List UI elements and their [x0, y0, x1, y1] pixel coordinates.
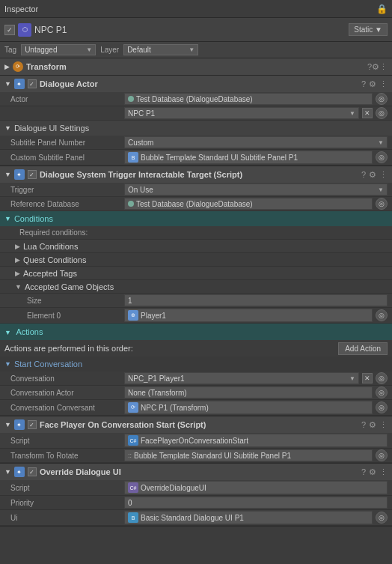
accepted-objects-row[interactable]: ▼ Accepted Game Objects — [0, 280, 392, 294]
tag-dropdown[interactable]: Untagged ▼ — [21, 44, 96, 55]
conversation-x-btn[interactable]: ✕ — [362, 373, 373, 383]
actor-name-field[interactable]: NPC P1 ▼ — [124, 107, 359, 119]
lock-icon[interactable]: 🔒 — [376, 4, 388, 14]
required-conditions-row: Required conditions: — [0, 226, 392, 240]
conv-conversant-circle-btn[interactable]: ◎ — [376, 401, 388, 413]
quest-arrow: ▶ — [15, 256, 20, 264]
transform-settings-icon[interactable]: ⚙ — [372, 62, 379, 72]
face-player-script-value: C# FacePlayerOnConversationStart — [124, 434, 388, 447]
dialogue-actor-header[interactable]: ▼ ✦ ✓ Dialogue Actor ? ⚙ ⋮ — [0, 76, 392, 92]
override-ui-circle-btn[interactable]: ◎ — [376, 512, 388, 524]
transform-header[interactable]: ▶ ⟳ Transform ? ⚙ ⋮ — [0, 58, 392, 75]
conversation-row: Conversation NPC_P1 Player1 ▼ ✕ ◎ — [0, 372, 392, 386]
override-dialogue-help-icon[interactable]: ? — [361, 467, 366, 477]
override-script-icon: C# — [128, 482, 138, 493]
override-priority-field[interactable]: 0 — [124, 497, 388, 509]
trigger-dropdown[interactable]: On Use ▼ — [124, 184, 388, 195]
trigger-settings-icon[interactable]: ⚙ — [369, 170, 376, 180]
actions-note: Actions are performed in this order: — [4, 344, 133, 353]
override-dialogue-icon: ✦ — [14, 467, 25, 477]
trigger-checkbox[interactable]: ✓ — [28, 170, 37, 179]
face-player-header[interactable]: ▼ ✦ ✓ Face Player On Conversation Start … — [0, 416, 392, 433]
ref-db-row: Reference Database Test Database (Dialog… — [0, 197, 392, 211]
custom-subtitle-field[interactable]: B Bubble Template Standard UI Subtitle P… — [124, 151, 373, 164]
subtitle-panel-value: Custom ▼ — [124, 136, 388, 148]
override-dialogue-checkbox[interactable]: ✓ — [28, 467, 37, 476]
conversation-dropdown[interactable]: NPC_P1 Player1 ▼ — [124, 372, 359, 384]
ref-db-field[interactable]: Test Database (DialogueDatabase) — [124, 198, 373, 210]
actor-name-row: NPC P1 ▼ ✕ ◎ — [0, 106, 392, 121]
trigger-title: Dialogue System Trigger Interactable Tar… — [40, 170, 361, 179]
trigger-header[interactable]: ▼ ✦ ✓ Dialogue System Trigger Interactab… — [0, 166, 392, 183]
subtitle-panel-dropdown[interactable]: Custom ▼ — [124, 136, 388, 148]
dialogue-actor-settings-icon[interactable]: ⚙ — [369, 79, 376, 89]
override-script-label: Script — [4, 484, 124, 492]
element-circle-btn[interactable]: ◎ — [376, 309, 388, 321]
dialogue-actor-menu-icon[interactable]: ⋮ — [379, 79, 388, 89]
accepted-tags-row[interactable]: ▶ Accepted Tags — [0, 267, 392, 280]
tag-layer-row: Tag Untagged ▼ Layer Default ▼ — [0, 42, 392, 58]
face-player-checkbox[interactable]: ✓ — [28, 420, 37, 429]
custom-subtitle-row: Custom Subtitle Panel B Bubble Template … — [0, 150, 392, 166]
trigger-arrow: ▼ — [4, 171, 11, 178]
ref-db-circle-btn[interactable]: ◎ — [376, 198, 388, 210]
custom-subtitle-circle-btn[interactable]: ◎ — [376, 151, 388, 163]
custom-subtitle-icon: B — [128, 152, 138, 163]
size-field[interactable]: 1 — [124, 294, 388, 306]
actor-db-circle-btn[interactable]: ◎ — [376, 93, 388, 105]
trigger-help-icon[interactable]: ? — [361, 170, 366, 180]
inspector-title: Inspector — [4, 4, 376, 13]
actor-name-circle-btn[interactable]: ◎ — [376, 107, 388, 119]
subtitle-panel-row: Subtitle Panel Number Custom ▼ — [0, 136, 392, 150]
face-player-menu-icon[interactable]: ⋮ — [379, 420, 388, 430]
actions-note-row: Actions are performed in this order: Add… — [0, 340, 392, 357]
override-dialogue-header[interactable]: ▼ ✦ ✓ Override Dialogue UI ? ⚙ ⋮ — [0, 464, 392, 480]
ui-settings-label: Dialogue UI Settings — [14, 124, 89, 133]
object-active-checkbox[interactable]: ✓ — [4, 25, 15, 35]
trigger-menu-icon[interactable]: ⋮ — [379, 170, 388, 180]
actor-label: Actor — [4, 95, 124, 103]
conv-conversant-field[interactable]: ⟳ NPC P1 (Transform) — [124, 401, 373, 414]
override-ui-field[interactable]: B Basic Standard Dialogue UI P1 — [124, 511, 373, 524]
face-player-help-icon[interactable]: ? — [361, 420, 366, 430]
transform-menu-icon[interactable]: ⋮ — [379, 62, 388, 72]
quest-conditions-row[interactable]: ▶ Quest Conditions — [0, 253, 392, 267]
conditions-label: Conditions — [14, 214, 53, 223]
conditions-header[interactable]: ▼ Conditions — [0, 211, 392, 226]
actor-name-x-btn[interactable]: ✕ — [362, 108, 373, 118]
face-player-settings-icon[interactable]: ⚙ — [369, 420, 376, 430]
actor-db-field[interactable]: Test Database (DialogueDatabase) — [124, 93, 373, 105]
face-player-script-label: Script — [4, 437, 124, 445]
custom-subtitle-label: Custom Subtitle Panel — [4, 154, 124, 162]
override-script-field[interactable]: C# OverrideDialogueUI — [124, 481, 388, 494]
face-player-script-field[interactable]: C# FacePlayerOnConversationStart — [124, 434, 388, 447]
dialogue-actor-checkbox[interactable]: ✓ — [28, 79, 37, 88]
size-row: Size 1 — [0, 294, 392, 308]
override-dialogue-settings-icon[interactable]: ⚙ — [369, 467, 376, 477]
accepted-objects-arrow: ▼ — [15, 283, 22, 291]
dialogue-actor-help-icon[interactable]: ? — [361, 79, 366, 89]
add-action-button[interactable]: Add Action — [338, 342, 388, 355]
element-label: Element 0 — [4, 312, 124, 320]
face-player-transform-value: :: Bubble Template Standard UI Subtitle … — [124, 449, 388, 461]
conv-actor-field[interactable]: None (Transform) — [124, 386, 373, 398]
conversation-circle-btn[interactable]: ◎ — [376, 372, 388, 384]
override-dialogue-menu-icon[interactable]: ⋮ — [379, 467, 388, 477]
lua-arrow: ▶ — [15, 243, 20, 250]
conversation-value: NPC_P1 Player1 ▼ ✕ ◎ — [124, 372, 388, 384]
face-player-transform-field[interactable]: :: Bubble Template Standard UI Subtitle … — [124, 449, 373, 461]
conv-conversant-label: Conversation Conversant — [4, 404, 124, 412]
static-button[interactable]: Static ▼ — [349, 23, 388, 36]
object-name[interactable]: NPC P1 — [34, 25, 349, 35]
conversation-label: Conversation — [4, 375, 124, 383]
element-field[interactable]: ⊕ Player1 — [124, 309, 373, 322]
start-conversation-header[interactable]: ▼ Start Conversation — [0, 357, 392, 372]
face-player-transform-row: Transform To Rotate :: Bubble Template S… — [0, 449, 392, 463]
lua-conditions-row[interactable]: ▶ Lua Conditions — [0, 240, 392, 253]
face-player-transform-circle-btn[interactable]: ◎ — [376, 449, 388, 461]
conv-conversant-value: ⟳ NPC P1 (Transform) ◎ — [124, 401, 388, 414]
layer-dropdown[interactable]: Default ▼ — [123, 44, 198, 55]
actions-header[interactable]: ▼ Actions — [0, 324, 392, 340]
conv-actor-circle-btn[interactable]: ◎ — [376, 386, 388, 398]
override-ui-label: Ui — [4, 514, 124, 522]
